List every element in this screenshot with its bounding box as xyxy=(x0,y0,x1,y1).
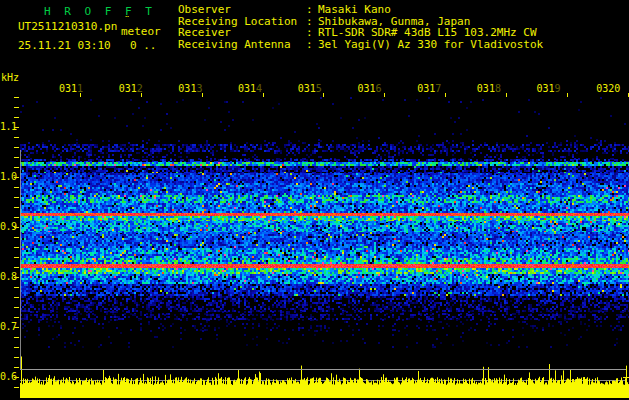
freq-tick-mark-left xyxy=(14,217,19,218)
freq-tick-mark-left xyxy=(14,297,19,298)
time-tick-label: 0312 xyxy=(118,84,144,94)
freq-tick-mark-left xyxy=(14,287,19,288)
time-label-last-digit: 7 xyxy=(435,83,441,94)
time-label-last-digit: 9 xyxy=(555,83,561,94)
separator-colon: : xyxy=(306,4,318,16)
time-label-head: 031 xyxy=(178,83,196,94)
freq-tick-label: 0.9 xyxy=(0,222,14,232)
counter-label: 0 .. xyxy=(130,40,157,51)
filename-descender-artifact: ¨ xyxy=(124,17,130,25)
noise-level-meter-canvas xyxy=(20,352,629,398)
freq-tick-mark-left xyxy=(14,307,19,308)
freq-unit-label: kHz xyxy=(1,73,19,83)
time-label-head: 031 xyxy=(119,83,137,94)
datetime-label: 25.11.21 03:10 xyxy=(18,40,111,51)
freq-tick-mark-left xyxy=(14,347,19,348)
freq-tick-mark-left xyxy=(14,137,19,138)
freq-tick-mark-left xyxy=(14,357,19,358)
freq-tick-mark-left xyxy=(14,157,19,158)
station-info-row: Receiving Antenna:3el Yagi(V) Az 330 for… xyxy=(178,39,543,51)
time-tick-label: 0318 xyxy=(476,84,502,94)
time-label-head: 031 xyxy=(537,83,555,94)
station-field-label: Receiver xyxy=(178,27,306,39)
spectrogram-canvas xyxy=(20,97,629,370)
station-field-value: RTL-SDR SDR# 43dB L15 103.2MHz CW xyxy=(318,27,537,39)
freq-tick-mark-left xyxy=(14,367,19,368)
separator-colon: : xyxy=(306,39,318,51)
time-tick-label: 0315 xyxy=(297,84,323,94)
plot-bottom-border-line xyxy=(20,369,626,370)
station-info-row: Receiver:RTL-SDR SDR# 43dB L15 103.2MHz … xyxy=(178,27,543,39)
freq-tick-mark-left xyxy=(14,147,19,148)
freq-tick-mark-left xyxy=(14,257,19,258)
time-tick-label: 0319 xyxy=(536,84,562,94)
time-label-head: 031 xyxy=(357,83,375,94)
freq-tick-mark-left xyxy=(14,267,19,268)
separator-colon: : xyxy=(306,27,318,39)
station-info-row: Observer:Masaki Kano xyxy=(178,4,543,16)
time-tick-label: 0320 xyxy=(595,84,621,94)
station-field-label: Receiving Antenna xyxy=(178,39,306,51)
station-info: Observer:Masaki KanoReceiving Location:S… xyxy=(178,4,543,50)
time-label-last-digit: 5 xyxy=(316,83,322,94)
time-label-head: 032 xyxy=(596,83,614,94)
freq-tick-label: 0.8 xyxy=(0,272,14,282)
time-label-head: 031 xyxy=(417,83,435,94)
freq-tick-mark-left xyxy=(14,167,19,168)
time-label-last-digit: 4 xyxy=(256,83,262,94)
freq-tick-mark-left xyxy=(14,317,19,318)
freq-tick-mark-left xyxy=(14,107,19,108)
freq-tick-label: 1.0 xyxy=(0,172,14,182)
station-field-value: 3el Yagi(V) Az 330 for Vladivostok xyxy=(318,39,543,51)
freq-tick-mark-left xyxy=(14,97,19,98)
time-tick-label: 0317 xyxy=(416,84,442,94)
station-field-value: Masaki Kano xyxy=(318,4,391,16)
freq-tick-mark-left xyxy=(14,117,19,118)
freq-tick-label: 0.7 xyxy=(0,322,14,332)
freq-tick-label: 1.1 xyxy=(0,122,14,132)
time-label-head: 031 xyxy=(477,83,495,94)
time-label-head: 031 xyxy=(238,83,256,94)
freq-tick-mark-left xyxy=(14,187,19,188)
freq-tick-mark-left xyxy=(14,207,19,208)
freq-tick-mark-left xyxy=(14,197,19,198)
freq-tick-mark-left xyxy=(14,337,19,338)
file-name: UT2511210310.pn xyxy=(18,21,117,32)
time-label-head: 031 xyxy=(298,83,316,94)
time-tick-label: 0316 xyxy=(357,84,383,94)
freq-tick-mark-left xyxy=(14,247,19,248)
time-tick-label: 0314 xyxy=(237,84,263,94)
time-label-last-digit: 8 xyxy=(495,83,501,94)
time-label-last-digit: 0 xyxy=(614,83,620,94)
freq-tick-mark-left xyxy=(14,387,19,388)
app-title: H R O F F T xyxy=(44,5,155,18)
time-label-head: 031 xyxy=(59,83,77,94)
freq-tick-label: 0.6 xyxy=(0,372,14,382)
freq-tick-mark-left xyxy=(14,237,19,238)
mode-label: meteor xyxy=(121,26,161,37)
hrofft-screen: H R O F F T UT2511210310.pn ¨ meteor 25.… xyxy=(0,0,629,400)
station-field-label: Observer xyxy=(178,4,306,16)
time-label-last-digit: 6 xyxy=(376,83,382,94)
time-tick-label: 0313 xyxy=(177,84,203,94)
